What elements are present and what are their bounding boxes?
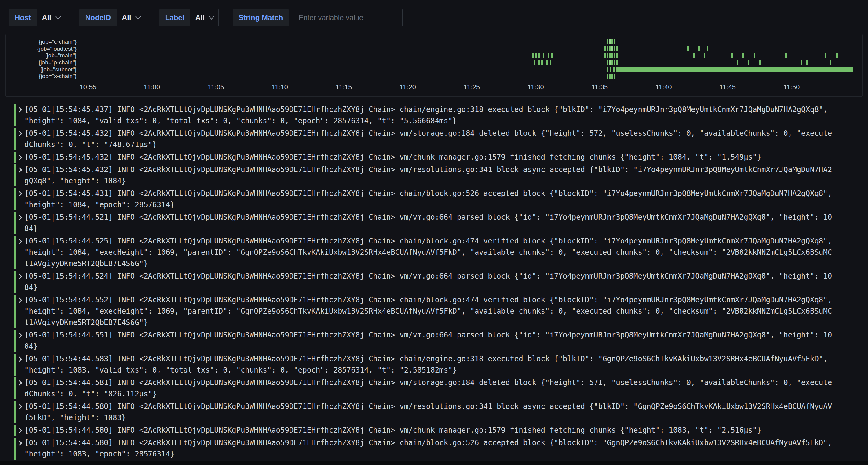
log-volume-mark	[607, 67, 609, 72]
log-row[interactable]: [05-01|15:54:45.432] INFO <2AcRkXTLLtQjv…	[0, 164, 868, 187]
x-axis-tick-label: 11:30	[527, 83, 544, 91]
log-line-text: [05-01|15:54:44.581] INFO <2AcRkXTLLtQjv…	[25, 377, 834, 400]
expand-chevron-icon[interactable]	[17, 333, 22, 338]
log-volume-band	[617, 67, 853, 72]
log-row[interactable]: [05-01|15:54:44.580] INFO <2AcRkXTLLtQjv…	[0, 400, 868, 424]
log-level-indicator	[14, 152, 16, 163]
gridline	[727, 38, 728, 80]
log-volume-mark	[550, 60, 551, 65]
log-volume-mark	[604, 53, 606, 58]
log-row[interactable]: [05-01|15:54:44.580] INFO <2AcRkXTLLtQjv…	[0, 424, 868, 437]
expand-chevron-icon[interactable]	[17, 380, 22, 386]
gridline	[88, 38, 88, 80]
log-line-text: [05-01|15:54:44.521] INFO <2AcRkXTLLtQjv…	[25, 212, 834, 234]
legend-label[interactable]: {job="subnet"}	[6, 66, 78, 73]
log-volume-mark	[609, 73, 611, 79]
var-nodeid-select[interactable]: All	[117, 9, 145, 26]
var-nodeid-value: All	[122, 13, 131, 22]
var-group-string-match: String Match	[233, 9, 403, 26]
log-line-text: [05-01|15:54:45.431] INFO <2AcRkXTLLtQjv…	[25, 188, 834, 210]
log-volume-mark	[614, 46, 615, 51]
log-line-text: [05-01|15:54:44.525] INFO <2AcRkXTLLtQjv…	[25, 236, 834, 269]
log-line-text: [05-01|15:54:44.551] INFO <2AcRkXTLLtQjv…	[25, 330, 834, 352]
log-volume-mark	[693, 53, 694, 58]
expand-chevron-icon[interactable]	[17, 155, 22, 160]
gridline	[280, 38, 280, 80]
gridline	[216, 38, 216, 80]
var-host-value: All	[42, 13, 51, 22]
viewport-edge	[0, 461, 868, 465]
x-axis-tick-label: 11:40	[655, 83, 672, 91]
expand-chevron-icon[interactable]	[17, 191, 22, 197]
string-match-input[interactable]	[292, 9, 403, 26]
legend-label[interactable]: {job="p-chain"}	[6, 59, 78, 66]
expand-chevron-icon[interactable]	[17, 274, 22, 279]
gridline	[664, 38, 664, 80]
var-label-value: All	[195, 13, 205, 22]
log-row[interactable]: [05-01|15:54:44.580] INFO <2AcRkXTLLtQjv…	[0, 437, 868, 460]
legend-label[interactable]: {job="x-chain"}	[6, 73, 78, 80]
log-level-indicator	[14, 164, 16, 187]
log-volume-mark	[546, 60, 548, 65]
legend-label[interactable]: {job="loadtest"}	[6, 45, 78, 52]
var-group-label: Label All	[159, 9, 219, 26]
log-volume-mark	[535, 53, 537, 58]
log-row[interactable]: [05-01|15:54:44.583] INFO <2AcRkXTLLtQjv…	[0, 353, 868, 376]
gridline	[408, 38, 408, 80]
expand-chevron-icon[interactable]	[17, 167, 22, 173]
log-volume-mark	[614, 39, 615, 44]
log-row[interactable]: [05-01|15:54:45.432] INFO <2AcRkXTLLtQjv…	[0, 127, 868, 151]
expand-chevron-icon[interactable]	[17, 357, 22, 362]
log-row[interactable]: [05-01|15:54:44.551] INFO <2AcRkXTLLtQjv…	[0, 329, 868, 353]
log-volume-mark	[612, 39, 613, 44]
log-row[interactable]: [05-01|15:54:44.521] INFO <2AcRkXTLLtQjv…	[0, 211, 868, 235]
log-row[interactable]: [05-01|15:54:44.525] INFO <2AcRkXTLLtQjv…	[0, 235, 868, 270]
log-level-indicator	[14, 212, 16, 234]
log-volume-mark	[785, 53, 787, 58]
log-volume-mark	[543, 53, 544, 58]
expand-chevron-icon[interactable]	[17, 441, 22, 446]
log-level-indicator	[14, 377, 16, 399]
gridline	[152, 38, 152, 80]
log-row[interactable]: [05-01|15:54:45.437] INFO <2AcRkXTLLtQjv…	[0, 103, 868, 127]
expand-chevron-icon[interactable]	[17, 428, 22, 433]
log-row[interactable]: [05-01|15:54:45.432] INFO <2AcRkXTLLtQjv…	[0, 151, 868, 164]
x-axis-tick-label: 11:50	[783, 83, 800, 91]
legend-label[interactable]: {job="c-chain"}	[6, 38, 78, 45]
timeline-plot[interactable]	[83, 38, 853, 80]
x-axis-tick-label: 11:35	[592, 83, 608, 91]
log-volume-mark	[616, 46, 618, 51]
log-volume-mark	[806, 60, 808, 65]
log-volume-mark	[548, 53, 549, 58]
log-line-text: [05-01|15:54:45.432] INFO <2AcRkXTLLtQjv…	[25, 128, 834, 151]
log-volume-mark	[538, 53, 540, 58]
x-axis-tick-label: 11:10	[272, 83, 288, 91]
legend-label[interactable]: {job="main"}	[6, 52, 78, 59]
log-volume-mark	[609, 53, 611, 58]
var-host-label: Host	[9, 9, 37, 26]
chevron-down-icon	[135, 14, 141, 19]
expand-chevron-icon[interactable]	[17, 131, 22, 136]
expand-chevron-icon[interactable]	[17, 404, 22, 409]
log-level-indicator	[14, 188, 16, 210]
log-level-indicator	[14, 330, 16, 352]
expand-chevron-icon[interactable]	[17, 239, 22, 244]
expand-chevron-icon[interactable]	[17, 215, 22, 220]
log-volume-mark	[616, 60, 618, 65]
log-volume-mark	[607, 46, 609, 51]
var-label-select[interactable]: All	[190, 9, 219, 26]
expand-chevron-icon[interactable]	[17, 298, 22, 303]
log-volume-mark	[610, 67, 612, 72]
log-line-text: [05-01|15:54:45.437] INFO <2AcRkXTLLtQjv…	[25, 104, 834, 127]
expand-chevron-icon[interactable]	[17, 107, 22, 112]
var-host-select[interactable]: All	[37, 9, 65, 26]
log-row[interactable]: [05-01|15:54:44.524] INFO <2AcRkXTLLtQjv…	[0, 270, 868, 294]
log-volume-mark	[541, 60, 543, 65]
log-volume-mark	[707, 46, 708, 51]
log-volume-mark	[612, 73, 613, 79]
log-row[interactable]: [05-01|15:54:44.552] INFO <2AcRkXTLLtQjv…	[0, 294, 868, 329]
log-volume-mark	[825, 53, 826, 58]
log-row[interactable]: [05-01|15:54:44.581] INFO <2AcRkXTLLtQjv…	[0, 376, 868, 400]
log-row[interactable]: [05-01|15:54:45.431] INFO <2AcRkXTLLtQjv…	[0, 187, 868, 211]
x-axis-tick-label: 11:05	[208, 83, 224, 91]
